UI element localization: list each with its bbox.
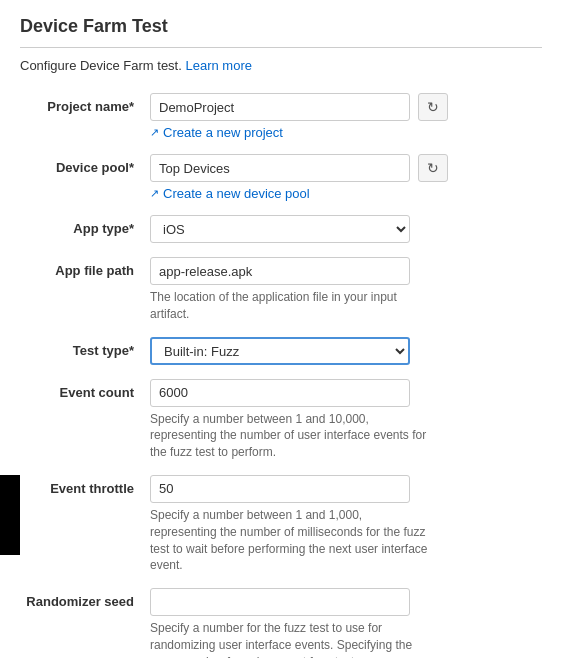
- test-type-input-row: Built-in: FuzzBuilt-in: ExplorerAppium J…: [150, 337, 542, 365]
- event-throttle-field-container: Specify a number between 1 and 1,000, re…: [150, 475, 542, 574]
- project-name-input-row: ↻: [150, 93, 542, 121]
- app-file-path-input[interactable]: [150, 257, 410, 285]
- project-name-field-container: ↻ ↗ Create a new project: [150, 93, 542, 140]
- app-type-select[interactable]: iOSAndroid: [150, 215, 410, 243]
- project-name-row: Project name* ↻ ↗ Create a new project: [20, 93, 542, 140]
- event-count-field-container: Specify a number between 1 and 10,000, r…: [150, 379, 542, 461]
- event-throttle-hint: Specify a number between 1 and 1,000, re…: [150, 507, 430, 574]
- event-throttle-row: Event throttle Specify a number between …: [20, 475, 542, 574]
- learn-more-link[interactable]: Learn more: [185, 58, 251, 73]
- create-project-icon: ↗: [150, 126, 159, 139]
- app-file-path-label: App file path: [20, 257, 150, 278]
- event-count-hint: Specify a number between 1 and 10,000, r…: [150, 411, 430, 461]
- test-type-field-container: Built-in: FuzzBuilt-in: ExplorerAppium J…: [150, 337, 542, 365]
- app-file-path-hint: The location of the application file in …: [150, 289, 430, 323]
- create-device-pool-icon: ↗: [150, 187, 159, 200]
- app-type-row: App type* iOSAndroid: [20, 215, 542, 243]
- test-type-label: Test type*: [20, 337, 150, 358]
- randomizer-seed-field-container: Specify a number for the fuzz test to us…: [150, 588, 542, 658]
- app-type-input-row: iOSAndroid: [150, 215, 542, 243]
- subtitle: Configure Device Farm test. Learn more: [20, 58, 542, 73]
- create-project-link-row: ↗ Create a new project: [150, 125, 542, 140]
- device-pool-refresh-button[interactable]: ↻: [418, 154, 448, 182]
- randomizer-seed-label: Randomizer seed: [20, 588, 150, 609]
- event-count-row: Event count Specify a number between 1 a…: [20, 379, 542, 461]
- randomizer-seed-hint: Specify a number for the fuzz test to us…: [150, 620, 430, 658]
- randomizer-seed-input-row: [150, 588, 542, 616]
- device-pool-input-row: ↻: [150, 154, 542, 182]
- event-throttle-input[interactable]: [150, 475, 410, 503]
- app-type-field-container: iOSAndroid: [150, 215, 542, 243]
- project-name-label: Project name*: [20, 93, 150, 114]
- event-throttle-input-row: [150, 475, 542, 503]
- project-name-refresh-button[interactable]: ↻: [418, 93, 448, 121]
- randomizer-seed-row: Randomizer seed Specify a number for the…: [20, 588, 542, 658]
- event-count-input-row: [150, 379, 542, 407]
- app-file-path-field-container: The location of the application file in …: [150, 257, 542, 323]
- event-count-label: Event count: [20, 379, 150, 400]
- page-title: Device Farm Test: [20, 16, 542, 48]
- device-pool-input[interactable]: [150, 154, 410, 182]
- project-name-input[interactable]: [150, 93, 410, 121]
- create-new-device-pool-link[interactable]: Create a new device pool: [163, 186, 310, 201]
- app-file-path-input-row: [150, 257, 542, 285]
- test-type-row: Test type* Built-in: FuzzBuilt-in: Explo…: [20, 337, 542, 365]
- app-file-path-row: App file path The location of the applic…: [20, 257, 542, 323]
- test-type-select[interactable]: Built-in: FuzzBuilt-in: ExplorerAppium J…: [150, 337, 410, 365]
- app-type-label: App type*: [20, 215, 150, 236]
- device-pool-label: Device pool*: [20, 154, 150, 175]
- randomizer-seed-input[interactable]: [150, 588, 410, 616]
- create-device-pool-link-row: ↗ Create a new device pool: [150, 186, 542, 201]
- event-throttle-label: Event throttle: [20, 475, 150, 496]
- device-pool-row: Device pool* ↻ ↗ Create a new device poo…: [20, 154, 542, 201]
- create-new-project-link[interactable]: Create a new project: [163, 125, 283, 140]
- event-count-input[interactable]: [150, 379, 410, 407]
- device-pool-field-container: ↻ ↗ Create a new device pool: [150, 154, 542, 201]
